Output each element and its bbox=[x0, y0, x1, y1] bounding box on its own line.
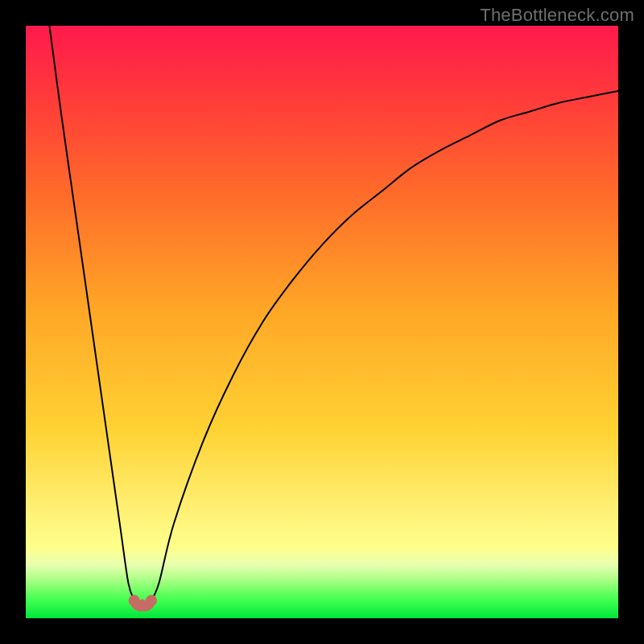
watermark: TheBottleneck.com bbox=[480, 5, 634, 26]
dip-marker bbox=[134, 601, 151, 606]
dip-endpoint-left bbox=[129, 595, 140, 606]
curve-svg bbox=[26, 26, 618, 618]
curve-left bbox=[49, 26, 134, 601]
curve-right bbox=[151, 91, 618, 601]
dip-endpoint-right bbox=[146, 595, 157, 606]
plot-area bbox=[26, 26, 618, 618]
